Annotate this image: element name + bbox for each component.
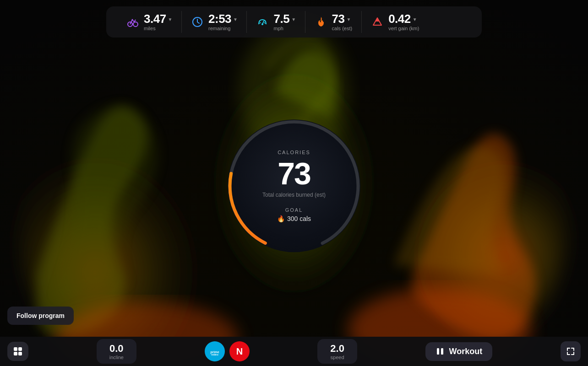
vert-gain-chevron: ▼	[413, 17, 417, 22]
speed-display: 2.0 speed	[317, 339, 357, 364]
stat-miles[interactable]: 3.47 ▼ miles	[117, 11, 182, 33]
remaining-value: 2:53 ▼	[208, 13, 237, 25]
gauge-svg	[223, 115, 365, 257]
netflix-button[interactable]: N	[229, 341, 250, 361]
svg-point-11	[261, 23, 263, 25]
svg-rect-24	[441, 348, 443, 355]
expand-button[interactable]	[561, 341, 581, 361]
grid-button[interactable]	[7, 342, 28, 361]
stat-calories[interactable]: 73 ▼ cals (est)	[305, 11, 362, 33]
speed-label: speed	[331, 355, 344, 360]
remaining-value-wrap: 2:53 ▼ remaining	[208, 13, 237, 31]
svg-rect-16	[14, 347, 17, 351]
remaining-chevron: ▼	[233, 17, 237, 22]
incline-display: 0.0 incline	[97, 339, 136, 364]
follow-program-button[interactable]: Follow program	[7, 307, 74, 325]
remaining-label: remaining	[208, 26, 230, 31]
vert-gain-value: 0.42 ▼	[388, 13, 417, 25]
media-icons: prime video N	[205, 341, 250, 361]
calories-label: cals (est)	[332, 26, 353, 31]
svg-rect-23	[437, 348, 439, 355]
svg-text:video: video	[211, 353, 218, 356]
stat-speed[interactable]: 7.5 ▼ mph	[247, 11, 305, 33]
prime-video-icon: prime video	[205, 341, 225, 361]
speed-icon	[256, 16, 269, 28]
miles-value-wrap: 3.47 ▼ miles	[144, 13, 172, 31]
miles-label: miles	[144, 26, 156, 31]
remaining-number: 2:53	[208, 13, 231, 25]
speed-value-wrap: 7.5 ▼ mph	[273, 13, 295, 31]
stats-bar: 3.47 ▼ miles 2:53 ▼ remaining	[106, 6, 482, 38]
follow-program-label: Follow program	[16, 312, 65, 319]
bottom-bar: 0.0 incline prime video N 2.0 speed	[0, 337, 588, 366]
grid-icon	[13, 346, 23, 356]
gauge-wrapper: CALORIES 73 Total calories burned (est) …	[223, 115, 365, 257]
netflix-icon: N	[229, 341, 250, 361]
calories-chevron: ▼	[346, 17, 350, 22]
incline-label: incline	[109, 355, 124, 360]
svg-point-8	[133, 22, 138, 27]
calories-stat-value: 73 ▼	[332, 13, 351, 25]
clock-icon	[191, 16, 204, 28]
svg-rect-17	[18, 347, 22, 351]
incline-value: 0.0	[109, 343, 124, 355]
cycle-icon	[126, 16, 139, 28]
svg-point-9	[132, 19, 133, 21]
miles-number: 3.47	[144, 13, 166, 25]
calories-value-wrap: 73 ▼ cals (est)	[332, 13, 353, 31]
speed-label: mph	[273, 26, 283, 31]
calories-gauge: CALORIES 73 Total calories burned (est) …	[223, 115, 365, 257]
vert-gain-label: vert gain (km)	[388, 26, 419, 31]
stat-remaining[interactable]: 2:53 ▼ remaining	[182, 11, 247, 33]
pause-icon	[436, 347, 445, 356]
speed-stat-number: 7.5	[273, 13, 289, 25]
flame-icon	[315, 16, 327, 28]
miles-chevron: ▼	[168, 17, 172, 22]
vert-gain-number: 0.42	[388, 13, 411, 25]
stat-vert-gain[interactable]: 0.42 ▼ vert gain (km)	[362, 11, 428, 33]
svg-rect-19	[18, 352, 22, 355]
calories-stat-number: 73	[332, 13, 345, 25]
workout-label: Workout	[449, 347, 483, 356]
prime-video-button[interactable]: prime video	[205, 341, 225, 361]
svg-rect-18	[14, 352, 17, 355]
speed-value: 2.0	[330, 343, 344, 355]
speed-stat-value: 7.5 ▼	[273, 13, 295, 25]
miles-value: 3.47 ▼	[144, 13, 172, 25]
speed-chevron: ▼	[291, 17, 295, 22]
expand-icon	[566, 347, 575, 355]
vert-gain-value-wrap: 0.42 ▼ vert gain (km)	[388, 13, 419, 31]
workout-button[interactable]: Workout	[425, 342, 493, 361]
mountain-icon	[371, 16, 384, 28]
